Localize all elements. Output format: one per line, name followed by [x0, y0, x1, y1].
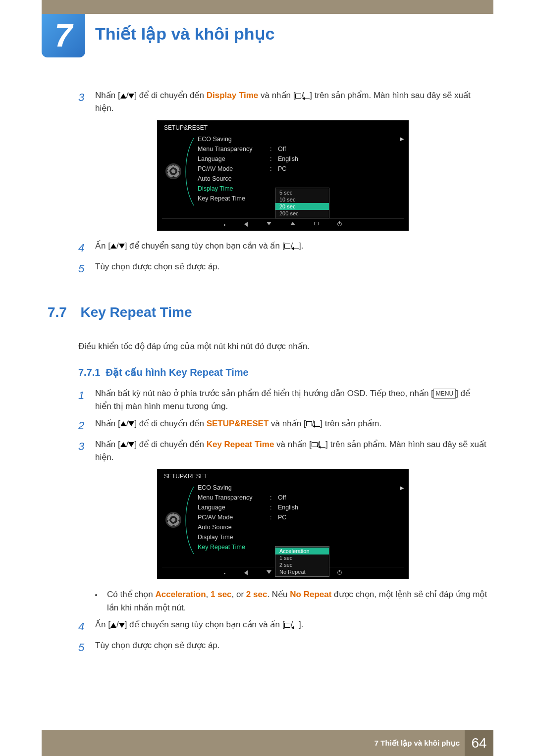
step-number: 5 — [78, 639, 95, 656]
osd-row: PC/AV Mode : PC — [197, 512, 404, 522]
osd-rect-icon — [314, 222, 319, 225]
osd-list: ECO Saving ▶ Menu Transparency : Off Lan… — [197, 134, 404, 203]
osd-item-value: PC — [278, 165, 404, 172]
rect-icon — [284, 623, 290, 628]
t: Nhấn bất kỳ nút nào ở phía trước sản phẩ… — [95, 389, 433, 398]
t: Nhấn [ — [95, 440, 120, 449]
section-7-7: 7.7 Key Repeat Time — [48, 304, 487, 320]
step-3: 3 Nhấn [/] để di chuyển đến Display Time… — [78, 89, 487, 115]
osd-row: Display Time 5 sec10 sec20 sec200 sec — [197, 184, 404, 194]
menu-key-icon: MENU — [433, 389, 456, 399]
osd-popup-option: 10 sec — [275, 196, 329, 203]
step-text: Nhấn bất kỳ nút nào ở phía trước sản phẩ… — [95, 387, 487, 413]
top-band — [42, 0, 493, 14]
osd-item-label: Display Time — [198, 185, 270, 192]
bullet-icon — [95, 588, 107, 614]
osd-item-label: PC/AV Mode — [198, 165, 270, 172]
t: Ấn [ — [95, 620, 110, 629]
osd-item-value: English — [278, 155, 404, 162]
osd-item-value: Off — [278, 494, 404, 501]
osd-power-icon — [337, 222, 342, 226]
osd-row: Auto Source — [197, 522, 404, 532]
osd-popup-option: 1 sec — [275, 554, 329, 561]
bullet-note: Có thể chọn Acceleration, 1 sec, or 2 se… — [78, 588, 487, 614]
osd-popup-option: 20 sec — [275, 203, 329, 210]
osd-item-label: Menu Transparency — [198, 146, 270, 152]
t: và nhấn [ — [274, 440, 311, 449]
step-text: Nhấn [/] để di chuyển đến Display Time v… — [95, 89, 487, 115]
osd-item-value: PC — [278, 514, 404, 521]
step-text: Tùy chọn được chọn sẽ được áp. — [95, 639, 487, 656]
osd-nav-dot-icon: • — [224, 222, 226, 228]
osd-item-value: English — [278, 504, 404, 511]
enter-icon — [320, 442, 325, 448]
osd-item-label: Key Repeat Time — [198, 195, 270, 202]
osd-row: Auto Source — [197, 174, 404, 184]
up-triangle-icon — [120, 94, 126, 99]
t: Có thể chọn — [107, 590, 156, 599]
footer-label: 7 Thiết lập và khôi phục — [374, 739, 460, 748]
highlight: 2 sec — [246, 590, 268, 599]
t: Nhấn [ — [95, 419, 120, 428]
step-text: Ấn [/] để chuyển sang tùy chọn bạn cần v… — [95, 618, 487, 635]
t: và nhấn [ — [258, 91, 295, 100]
s77-step-2: 2 Nhấn [/] để di chuyển đến SETUP&RESET … — [78, 417, 487, 434]
osd-up-icon — [290, 222, 295, 225]
highlight: Display Time — [207, 91, 259, 100]
right-arrow-icon: ▶ — [390, 136, 404, 142]
osd-item-value: Off — [278, 146, 404, 152]
osd-screenshot-key-repeat: SETUP&RESET ECO Saving ▶ Menu Transparen… — [157, 469, 409, 579]
chapter-title: Thiết lập và khôi phục — [95, 24, 274, 44]
step-4: 4 Ấn [/] để chuyển sang tùy chọn bạn cần… — [78, 240, 487, 256]
osd-row: Language : English — [197, 154, 404, 164]
rect-icon — [295, 94, 301, 99]
section-number: 7.7 — [48, 304, 78, 320]
s77-step-3: 3 Nhấn [/] để di chuyển đến Key Repeat T… — [78, 438, 487, 464]
highlight: Key Repeat Time — [207, 440, 274, 449]
osd-row: ECO Saving ▶ — [197, 483, 404, 493]
osd-popup: Acceleration1 sec2 secNo Repeat — [275, 546, 329, 577]
osd-item-label: Menu Transparency — [198, 494, 270, 501]
step-number: 2 — [78, 417, 95, 434]
osd-popup-option: No Repeat — [275, 568, 329, 575]
t: ] để chuyển sang tùy chọn bạn cần và ấn … — [125, 241, 285, 251]
section-description: Điều khiển tốc độ đáp ứng của một nút kh… — [78, 341, 487, 352]
subsection-7-7-1: 7.7.1 Đặt cấu hình Key Repeat Time — [78, 366, 487, 378]
osd-row: ECO Saving ▶ — [197, 134, 404, 144]
right-arrow-icon: ▶ — [390, 485, 404, 491]
osd-item-label: Language — [198, 155, 270, 162]
up-triangle-icon — [120, 442, 126, 447]
t: ] trên sản phẩm. — [320, 419, 381, 428]
osd-down-icon — [267, 570, 271, 574]
osd-popup-option: 5 sec — [275, 189, 329, 196]
down-triangle-icon — [128, 442, 134, 447]
osd-down-icon — [267, 222, 271, 225]
osd-row: Language : English — [197, 503, 404, 512]
down-triangle-icon — [119, 623, 125, 628]
t: ]. — [299, 241, 303, 251]
down-triangle-icon — [119, 244, 125, 249]
t: , or — [232, 590, 246, 599]
step-number: 5 — [78, 260, 95, 277]
down-triangle-icon — [128, 94, 134, 99]
bullet-text: Có thể chọn Acceleration, 1 sec, or 2 se… — [107, 588, 487, 614]
subsection-number: 7.7.1 — [78, 367, 100, 378]
up-triangle-icon — [110, 244, 116, 249]
enter-icon — [293, 622, 299, 628]
highlight: 1 sec — [211, 590, 232, 599]
osd-popup-option: 200 sec — [275, 210, 329, 217]
osd-row: Menu Transparency : Off — [197, 144, 404, 154]
osd-title: SETUP&RESET — [162, 473, 404, 480]
t: Ấn [ — [95, 241, 110, 251]
subsection-title: Đặt cấu hình Key Repeat Time — [106, 367, 249, 378]
osd-list: ECO Saving ▶ Menu Transparency : Off Lan… — [197, 483, 404, 552]
step-number: 3 — [78, 438, 95, 464]
enter-icon — [293, 243, 299, 249]
rect-icon — [284, 244, 290, 249]
osd-screenshot-display-time: SETUP&RESET ECO Saving ▶ Menu Transparen… — [157, 120, 409, 231]
up-triangle-icon — [110, 623, 116, 628]
step-number: 3 — [78, 89, 95, 115]
t: ]. — [299, 620, 303, 629]
osd-colon: : — [270, 504, 278, 511]
osd-popup-option: Acceleration — [275, 548, 329, 554]
